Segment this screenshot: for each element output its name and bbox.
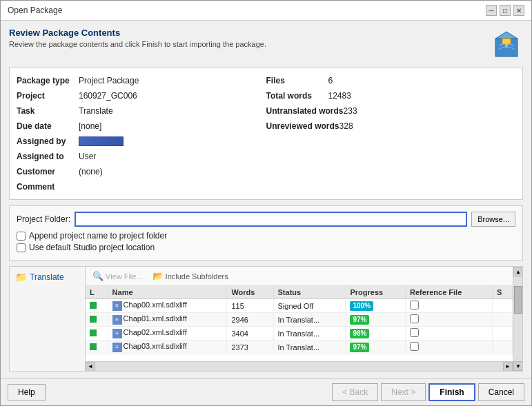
task-label: Task (17, 106, 79, 116)
cell-progress: 97% (346, 341, 406, 354)
help-button[interactable]: Help (8, 384, 46, 400)
progress-bar: 100% (350, 301, 373, 311)
due-date-value: [none] (79, 121, 101, 131)
default-location-checkbox[interactable] (17, 243, 26, 252)
scroll-left-button[interactable]: ◄ (86, 362, 95, 372)
customer-label: Customer (17, 167, 79, 176)
browse-button[interactable]: Browse... (471, 212, 515, 227)
include-subfolders-label: Include Subfolders (166, 272, 228, 281)
minimize-button[interactable]: ─ (486, 5, 497, 16)
package-type-row: Package type Project Package (17, 74, 266, 88)
reference-file-checkbox[interactable] (410, 301, 419, 309)
include-subfolders-icon: 📂 (152, 271, 164, 281)
finish-button[interactable]: Finish (428, 383, 475, 401)
info-grid: Package type Project Package Project 160… (17, 74, 515, 194)
sidebar-item-translate[interactable]: 📁 Translate (12, 270, 82, 285)
cell-s (492, 327, 512, 341)
scroll-right-button[interactable]: ► (503, 362, 513, 372)
main-panel: 🔍 View File... 📂 Include Subfolders L (86, 267, 513, 371)
info-left: Package type Project Package Project 160… (17, 74, 266, 194)
page-subtitle: Review the package contents and click Fi… (9, 40, 266, 48)
cell-reference-file[interactable] (406, 327, 493, 341)
cell-name: ≡Chap00.xml.sdlxliff (108, 299, 227, 313)
scroll-thumb[interactable] (514, 286, 522, 314)
cell-reference-file[interactable] (406, 299, 493, 313)
cell-s (492, 313, 512, 327)
package-type-label: Package type (17, 76, 79, 85)
cell-status: Signed Off (273, 299, 346, 313)
cell-words: 115 (227, 299, 273, 313)
cell-s (492, 299, 512, 313)
view-file-label: View File... (106, 272, 143, 281)
cell-progress: 97% (346, 313, 406, 327)
scroll-track (95, 362, 503, 372)
cell-name: ≡Chap02.xml.sdlxliff (108, 327, 227, 341)
task-value: Translate (79, 106, 113, 116)
append-label: Append project name to project folder (29, 231, 167, 241)
bottom-section: 📁 Translate 🔍 View File... 📂 Include Sub… (9, 266, 523, 372)
untranslated-words-row: Untranslated words 233 (266, 104, 516, 118)
view-file-button[interactable]: 🔍 View File... (90, 270, 146, 283)
status-green-icon (90, 343, 97, 350)
reference-file-checkbox[interactable] (410, 314, 419, 323)
cell-words: 2373 (227, 341, 273, 354)
untranslated-words-label: Untranslated words (266, 106, 344, 116)
table-row[interactable]: ≡Chap02.xml.sdlxliff3404In Translat...98… (86, 327, 513, 341)
task-row: Task Translate (17, 104, 266, 118)
unreviewed-words-value: 328 (339, 121, 353, 131)
cell-l (86, 341, 108, 354)
scroll-up-button[interactable]: ▲ (513, 267, 523, 276)
scroll-down-button[interactable]: ▼ (513, 361, 523, 371)
info-right: Files 6 Total words 12483 Untranslated w… (266, 74, 516, 194)
cell-words: 3404 (227, 327, 273, 341)
reference-file-checkbox[interactable] (410, 342, 419, 351)
sidebar-item-label: Translate (30, 272, 64, 282)
file-doc-icon: ≡ (112, 343, 122, 352)
files-table: L Name Words Status Progress Reference F… (86, 286, 513, 354)
table-header-row: L Name Words Status Progress Reference F… (86, 286, 513, 299)
horizontal-scrollbar[interactable]: ◄ ► (86, 361, 513, 371)
cell-reference-file[interactable] (406, 313, 493, 327)
default-location-checkbox-row: Use default Studio project location (17, 243, 515, 252)
project-value: 160927_GC006 (79, 91, 137, 101)
window-title: Open Package (8, 6, 62, 15)
close-button[interactable]: ✕ (513, 5, 524, 16)
next-button[interactable]: Next > (381, 383, 426, 401)
footer-right: < Back Next > Finish Cancel (332, 383, 524, 401)
view-file-icon: 🔍 (92, 271, 104, 281)
cancel-button[interactable]: Cancel (478, 383, 524, 401)
title-bar-controls: ─ □ ✕ (486, 5, 524, 16)
append-checkbox[interactable] (17, 232, 26, 241)
comment-label: Comment (17, 182, 79, 192)
package-info-box: Package type Project Package Project 160… (9, 68, 523, 200)
reference-file-checkbox[interactable] (410, 328, 419, 337)
svg-marker-1 (495, 32, 518, 39)
status-green-icon (90, 316, 97, 323)
package-type-value: Project Package (79, 76, 139, 85)
assigned-to-row: Assigned to User (17, 150, 266, 163)
maximize-button[interactable]: □ (500, 5, 511, 16)
untranslated-words-value: 233 (344, 106, 357, 116)
vertical-scrollbar[interactable]: ▲ ▼ (513, 267, 522, 371)
table-row[interactable]: ≡Chap01.xml.sdlxliff2946In Translat...97… (86, 313, 513, 327)
file-doc-icon: ≡ (112, 329, 122, 338)
unreviewed-words-row: Unreviewed words 328 (266, 119, 516, 133)
table-row[interactable]: ≡Chap00.xml.sdlxliff115Signed Off100% (86, 299, 513, 313)
sidebar-panel: 📁 Translate (10, 267, 86, 371)
footer: Help < Back Next > Finish Cancel (1, 378, 531, 405)
comment-row: Comment (17, 180, 266, 194)
file-doc-icon: ≡ (112, 301, 122, 311)
col-reference-file: Reference File (406, 286, 493, 299)
project-label: Project (17, 91, 79, 101)
back-button[interactable]: < Back (332, 383, 378, 401)
project-row: Project 160927_GC006 (17, 89, 266, 103)
project-folder-section: Project Folder: Browse... Append project… (9, 205, 523, 261)
package-icon (490, 28, 523, 61)
cell-l (86, 327, 108, 341)
assigned-to-value: User (79, 152, 96, 161)
project-folder-input[interactable] (75, 212, 467, 227)
table-row[interactable]: ≡Chap03.xml.sdlxliff2373In Translat...97… (86, 341, 513, 354)
include-subfolders-button[interactable]: 📂 Include Subfolders (150, 270, 231, 283)
cell-reference-file[interactable] (406, 341, 493, 354)
cell-l (86, 299, 108, 313)
